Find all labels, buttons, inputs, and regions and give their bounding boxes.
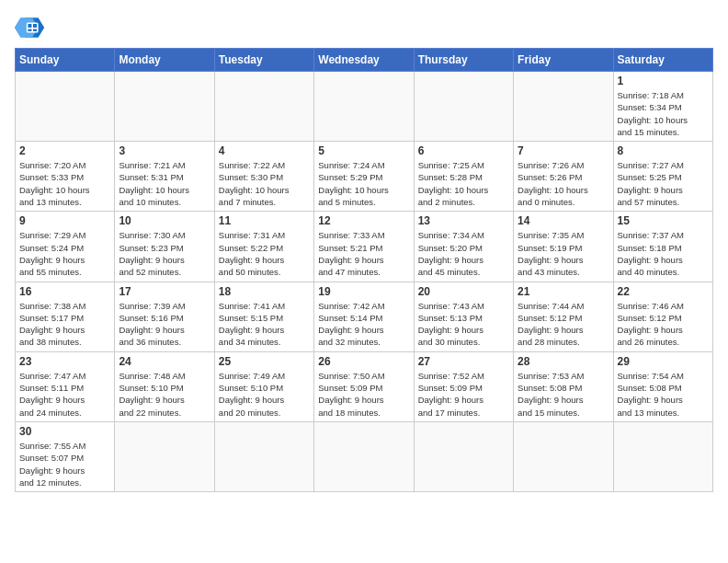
calendar-cell: [414, 421, 513, 491]
day-info: Sunrise: 7:26 AM Sunset: 5:26 PM Dayligh…: [518, 159, 609, 208]
calendar-cell: [314, 72, 414, 142]
calendar-cell: 3Sunrise: 7:21 AM Sunset: 5:31 PM Daylig…: [115, 142, 214, 212]
calendar-cell: [314, 421, 414, 491]
calendar-cell: 15Sunrise: 7:37 AM Sunset: 5:18 PM Dayli…: [613, 212, 712, 282]
calendar-cell: 24Sunrise: 7:48 AM Sunset: 5:10 PM Dayli…: [115, 351, 214, 421]
calendar-cell: 29Sunrise: 7:54 AM Sunset: 5:08 PM Dayli…: [613, 351, 712, 421]
calendar-cell: 13Sunrise: 7:34 AM Sunset: 5:20 PM Dayli…: [414, 212, 513, 282]
calendar-cell: 14Sunrise: 7:35 AM Sunset: 5:19 PM Dayli…: [514, 212, 613, 282]
calendar-cell: [214, 421, 313, 491]
day-info: Sunrise: 7:24 AM Sunset: 5:29 PM Dayligh…: [318, 159, 409, 208]
day-info: Sunrise: 7:53 AM Sunset: 5:08 PM Dayligh…: [518, 370, 609, 419]
day-number: 2: [19, 144, 110, 157]
day-info: Sunrise: 7:39 AM Sunset: 5:16 PM Dayligh…: [119, 300, 210, 349]
weekday-header-thursday: Thursday: [414, 49, 513, 72]
day-info: Sunrise: 7:29 AM Sunset: 5:24 PM Dayligh…: [19, 229, 110, 278]
day-info: Sunrise: 7:35 AM Sunset: 5:19 PM Dayligh…: [518, 229, 609, 278]
calendar-cell: 18Sunrise: 7:41 AM Sunset: 5:15 PM Dayli…: [214, 282, 313, 351]
calendar-cell: 28Sunrise: 7:53 AM Sunset: 5:08 PM Dayli…: [514, 351, 613, 421]
calendar-cell: 1Sunrise: 7:18 AM Sunset: 5:34 PM Daylig…: [613, 72, 712, 142]
week-row-4: 16Sunrise: 7:38 AM Sunset: 5:17 PM Dayli…: [16, 282, 713, 351]
calendar-cell: 25Sunrise: 7:49 AM Sunset: 5:10 PM Dayli…: [214, 351, 313, 421]
day-number: 5: [318, 144, 409, 157]
calendar-cell: 2Sunrise: 7:20 AM Sunset: 5:33 PM Daylig…: [16, 142, 115, 212]
day-number: 17: [119, 285, 210, 298]
calendar-cell: 8Sunrise: 7:27 AM Sunset: 5:25 PM Daylig…: [613, 142, 712, 212]
week-row-3: 9Sunrise: 7:29 AM Sunset: 5:24 PM Daylig…: [16, 212, 713, 282]
calendar-cell: 12Sunrise: 7:33 AM Sunset: 5:21 PM Dayli…: [314, 212, 414, 282]
calendar-cell: [16, 72, 115, 142]
calendar-cell: [414, 72, 513, 142]
weekday-header-tuesday: Tuesday: [214, 49, 313, 72]
calendar-cell: 4Sunrise: 7:22 AM Sunset: 5:30 PM Daylig…: [214, 142, 313, 212]
svg-rect-5: [33, 24, 37, 28]
calendar-cell: [514, 421, 613, 491]
day-number: 26: [318, 355, 409, 368]
day-info: Sunrise: 7:30 AM Sunset: 5:23 PM Dayligh…: [119, 229, 210, 278]
calendar-cell: 5Sunrise: 7:24 AM Sunset: 5:29 PM Daylig…: [314, 142, 414, 212]
day-number: 13: [418, 214, 509, 227]
day-number: 19: [318, 285, 409, 298]
svg-rect-4: [28, 24, 31, 28]
day-number: 10: [119, 214, 210, 227]
day-info: Sunrise: 7:21 AM Sunset: 5:31 PM Dayligh…: [119, 159, 210, 208]
day-info: Sunrise: 7:55 AM Sunset: 5:07 PM Dayligh…: [19, 440, 110, 488]
week-row-6: 30Sunrise: 7:55 AM Sunset: 5:07 PM Dayli…: [16, 421, 713, 491]
day-info: Sunrise: 7:34 AM Sunset: 5:20 PM Dayligh…: [418, 229, 509, 278]
day-info: Sunrise: 7:33 AM Sunset: 5:21 PM Dayligh…: [318, 229, 409, 278]
svg-rect-6: [28, 29, 31, 31]
calendar-cell: 27Sunrise: 7:52 AM Sunset: 5:09 PM Dayli…: [414, 351, 513, 421]
day-info: Sunrise: 7:46 AM Sunset: 5:12 PM Dayligh…: [618, 300, 709, 349]
weekday-header-wednesday: Wednesday: [314, 49, 414, 72]
day-info: Sunrise: 7:44 AM Sunset: 5:12 PM Dayligh…: [518, 300, 609, 349]
svg-rect-7: [33, 29, 37, 31]
day-info: Sunrise: 7:50 AM Sunset: 5:09 PM Dayligh…: [318, 370, 409, 419]
calendar: SundayMondayTuesdayWednesdayThursdayFrid…: [15, 48, 713, 492]
day-number: 15: [618, 214, 709, 227]
day-info: Sunrise: 7:43 AM Sunset: 5:13 PM Dayligh…: [418, 300, 509, 349]
day-number: 16: [19, 285, 110, 298]
calendar-cell: [115, 421, 214, 491]
day-info: Sunrise: 7:31 AM Sunset: 5:22 PM Dayligh…: [219, 229, 310, 278]
day-info: Sunrise: 7:49 AM Sunset: 5:10 PM Dayligh…: [219, 370, 310, 419]
calendar-cell: [115, 72, 214, 142]
day-number: 23: [19, 355, 110, 368]
calendar-cell: 19Sunrise: 7:42 AM Sunset: 5:14 PM Dayli…: [314, 282, 414, 351]
day-number: 8: [618, 144, 709, 157]
day-number: 27: [418, 355, 509, 368]
weekday-header-sunday: Sunday: [16, 49, 115, 72]
day-info: Sunrise: 7:41 AM Sunset: 5:15 PM Dayligh…: [219, 300, 310, 349]
weekday-header-friday: Friday: [514, 49, 613, 72]
calendar-cell: 17Sunrise: 7:39 AM Sunset: 5:16 PM Dayli…: [115, 282, 214, 351]
calendar-cell: 30Sunrise: 7:55 AM Sunset: 5:07 PM Dayli…: [16, 421, 115, 491]
calendar-cell: 9Sunrise: 7:29 AM Sunset: 5:24 PM Daylig…: [16, 212, 115, 282]
day-info: Sunrise: 7:52 AM Sunset: 5:09 PM Dayligh…: [418, 370, 509, 419]
day-number: 24: [119, 355, 210, 368]
calendar-cell: [514, 72, 613, 142]
day-number: 20: [418, 285, 509, 298]
calendar-cell: 22Sunrise: 7:46 AM Sunset: 5:12 PM Dayli…: [613, 282, 712, 351]
day-info: Sunrise: 7:47 AM Sunset: 5:11 PM Dayligh…: [19, 370, 110, 419]
calendar-cell: [214, 72, 313, 142]
weekday-header-saturday: Saturday: [613, 49, 712, 72]
calendar-cell: 23Sunrise: 7:47 AM Sunset: 5:11 PM Dayli…: [16, 351, 115, 421]
calendar-cell: 7Sunrise: 7:26 AM Sunset: 5:26 PM Daylig…: [514, 142, 613, 212]
day-info: Sunrise: 7:38 AM Sunset: 5:17 PM Dayligh…: [19, 300, 110, 349]
week-row-5: 23Sunrise: 7:47 AM Sunset: 5:11 PM Dayli…: [16, 351, 713, 421]
calendar-cell: 6Sunrise: 7:25 AM Sunset: 5:28 PM Daylig…: [414, 142, 513, 212]
week-row-2: 2Sunrise: 7:20 AM Sunset: 5:33 PM Daylig…: [16, 142, 713, 212]
week-row-1: 1Sunrise: 7:18 AM Sunset: 5:34 PM Daylig…: [16, 72, 713, 142]
day-info: Sunrise: 7:27 AM Sunset: 5:25 PM Dayligh…: [618, 159, 709, 208]
calendar-cell: 21Sunrise: 7:44 AM Sunset: 5:12 PM Dayli…: [514, 282, 613, 351]
day-info: Sunrise: 7:20 AM Sunset: 5:33 PM Dayligh…: [19, 159, 110, 208]
day-number: 3: [119, 144, 210, 157]
weekday-header-monday: Monday: [115, 49, 214, 72]
day-info: Sunrise: 7:22 AM Sunset: 5:30 PM Dayligh…: [219, 159, 310, 208]
day-info: Sunrise: 7:42 AM Sunset: 5:14 PM Dayligh…: [318, 300, 409, 349]
day-number: 6: [418, 144, 509, 157]
calendar-cell: 26Sunrise: 7:50 AM Sunset: 5:09 PM Dayli…: [314, 351, 414, 421]
day-number: 12: [318, 214, 409, 227]
day-number: 11: [219, 214, 310, 227]
calendar-cell: 20Sunrise: 7:43 AM Sunset: 5:13 PM Dayli…: [414, 282, 513, 351]
calendar-cell: [613, 421, 712, 491]
